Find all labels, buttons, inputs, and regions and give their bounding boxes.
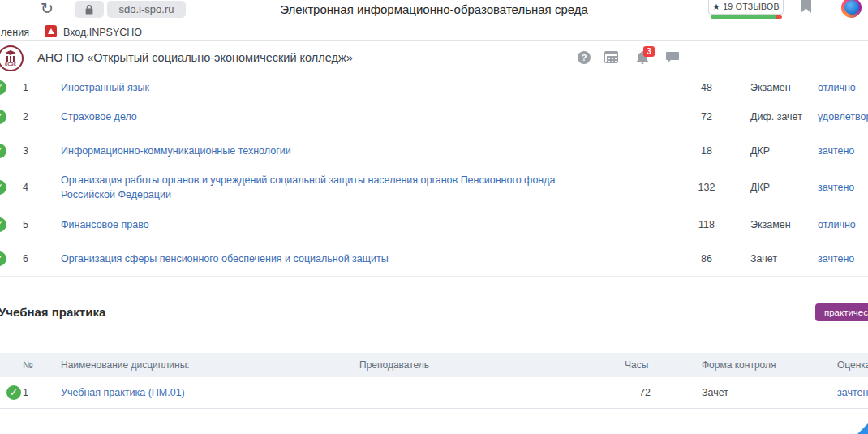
avatar-inner [844, 0, 859, 15]
section-title: Учебная практика [0, 305, 105, 319]
browser-toolbar: ↻ sdo.i-spo.ru Электронная информационно… [0, 0, 868, 23]
row-number: 6 [23, 253, 28, 264]
course-hours: 118 [690, 219, 724, 230]
course-control-form: Диф. зачет [750, 111, 802, 122]
header-grade: Оценка [837, 359, 868, 371]
course-link[interactable]: Организация сферы пенсионного обеспечени… [61, 251, 389, 266]
table-row: ✓ 3 Информационно-коммуникационные техно… [0, 134, 868, 169]
status-check-icon: ✓ [0, 251, 6, 266]
row-number: 2 [23, 111, 28, 122]
status-check-icon: ✓ [0, 180, 6, 195]
calendar-grid [607, 56, 617, 62]
practice-grade-link[interactable]: зачтено [837, 387, 868, 398]
bookmark-icon[interactable] [801, 0, 811, 13]
row-number: 3 [23, 145, 28, 157]
course-link[interactable]: Финансовое право [61, 217, 149, 231]
practice-type-badge: практическое [815, 303, 868, 321]
course-control-form: ДКР [750, 182, 770, 193]
course-grade-link[interactable]: удовлетворительно [818, 111, 868, 122]
status-check-icon: ✓ [0, 217, 6, 232]
help-icon[interactable]: ? [578, 51, 591, 64]
header-teacher: Преподаватель [359, 359, 429, 371]
refresh-icon[interactable]: ↻ [41, 0, 54, 18]
college-name: АНО ПО «Открытый социально-экономический… [37, 51, 353, 64]
course-hours: 86 [690, 253, 724, 264]
screen: ↻ sdo.i-spo.ru Электронная информационно… [0, 0, 868, 434]
header-control-form: Форма контроля [702, 359, 776, 371]
header-discipline: Наименование дисциплины: [61, 359, 190, 371]
row-number: 5 [23, 219, 28, 230]
course-link[interactable]: Иностранный язык [61, 79, 149, 94]
header-hours: Часы [625, 359, 648, 371]
page-title: Электронная информационно-образовательна… [280, 2, 588, 16]
corner-widget[interactable] [857, 423, 868, 434]
course-hours: 72 [690, 111, 724, 122]
course-hours: 132 [690, 182, 724, 193]
status-check-icon: ✓ [0, 144, 6, 158]
course-link[interactable]: Страховое дело [61, 109, 137, 123]
table-row: ✓ 4 Организация работы органов и учрежде… [0, 168, 868, 208]
course-hours: 18 [690, 145, 724, 157]
bookmark-item-partial[interactable]: ления [1, 27, 29, 38]
practice-control-form: Зачет [702, 387, 728, 398]
practice-link[interactable]: Учебная практика (ПМ.01) [61, 387, 185, 398]
course-control-form: Экзамен [750, 219, 791, 230]
calendar-icon[interactable] [604, 51, 618, 63]
profile-avatar[interactable] [841, 0, 862, 18]
chat-icon[interactable] [665, 51, 680, 64]
favicon-triangle [48, 28, 54, 34]
row-number: 1 [23, 387, 28, 398]
table-row: ✓ 1 Учебная практика (ПМ.01) 72 Зачет за… [0, 377, 868, 409]
header-number: № [23, 359, 33, 371]
graduation-cap-icon [6, 50, 16, 55]
table-row: ✓ 6 Организация сферы пенсионного обеспе… [0, 242, 868, 277]
practice-table-header: № Наименование дисциплины: Преподаватель… [0, 353, 868, 377]
table-row: ✓ 1 Иностранный язык 48 Экзамен отлично [0, 75, 868, 100]
course-control-form: Зачет [750, 253, 777, 264]
course-grade-link[interactable]: отлично [818, 82, 856, 93]
toolbar-divider [793, 0, 793, 16]
status-check-icon: ✓ [6, 385, 21, 400]
course-hours: 48 [690, 82, 724, 93]
site-header: ОСЭК АНО ПО «Открытый социально-экономич… [0, 41, 868, 76]
course-grade-link[interactable]: отлично [818, 219, 856, 230]
bookmarks-bar: ления Вход.INPSYCHO [0, 23, 868, 41]
course-link[interactable]: Организация работы органов и учреждений … [61, 173, 603, 202]
course-grade-link[interactable]: зачтено [818, 253, 854, 264]
status-check-icon: ✓ [0, 110, 6, 124]
college-logo[interactable]: ОСЭК [0, 45, 24, 71]
course-control-form: Экзамен [750, 82, 791, 93]
lock-icon [84, 4, 94, 15]
address-bar[interactable]: sdo.i-spo.ru [107, 1, 186, 18]
course-grade-link[interactable]: зачтено [818, 145, 854, 157]
site-security-chip[interactable] [75, 1, 104, 18]
bookmark-item-inpsycho[interactable]: Вход.INPSYCHO [63, 27, 142, 38]
reviews-button[interactable]: ★ 19 отзывов [708, 0, 784, 15]
course-grade-link[interactable]: зачтено [818, 182, 854, 193]
logo-text: ОСЭК [5, 62, 16, 67]
row-number: 1 [23, 82, 28, 93]
practice-hours: 72 [639, 387, 651, 398]
table-row: ✓ 2 Страховое дело 72 Диф. зачет удовлет… [0, 99, 868, 135]
table-row: ✓ 5 Финансовое право 118 Экзамен отлично [0, 207, 868, 243]
reviews-rating-bar [711, 15, 782, 19]
notification-badge: 3 [643, 46, 655, 57]
columns-icon [6, 56, 15, 62]
course-link[interactable]: Информационно-коммуникационные технологи… [61, 144, 291, 158]
status-check-icon: ✓ [0, 80, 6, 95]
row-number: 4 [23, 182, 28, 193]
inpsycho-favicon [45, 25, 57, 37]
course-control-form: ДКР [750, 145, 770, 157]
